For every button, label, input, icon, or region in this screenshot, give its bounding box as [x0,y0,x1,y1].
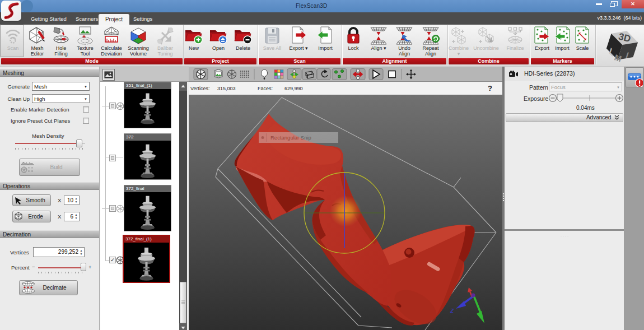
svg-text:z: z [450,306,454,314]
svg-text:Rectangular Snip: Rectangular Snip [270,134,311,141]
